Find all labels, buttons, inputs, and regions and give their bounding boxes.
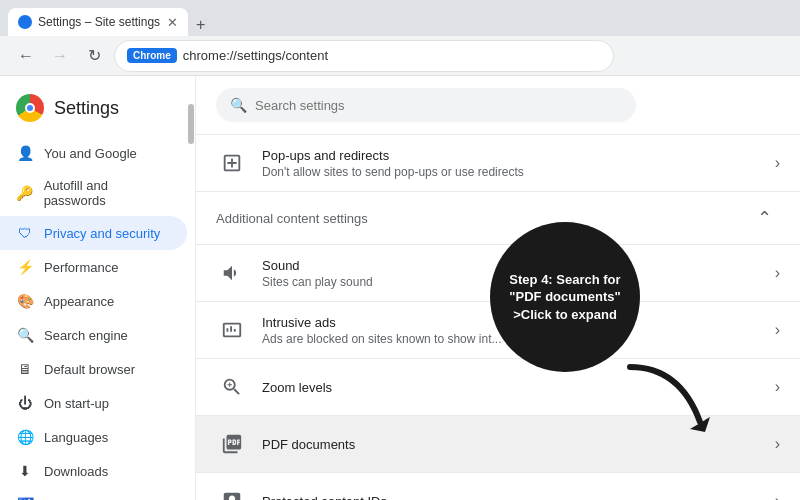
browser-titlebar: Settings – Site settings ✕ +: [0, 0, 800, 36]
search-bar: 🔍: [196, 76, 800, 135]
main-layout: Settings 👤 You and Google 🔑 Autofill and…: [0, 76, 800, 500]
sidebar-item-accessibility[interactable]: ♿ Accessibility: [0, 488, 187, 500]
sidebar-item-autofill[interactable]: 🔑 Autofill and passwords: [0, 170, 187, 216]
sidebar-item-languages[interactable]: 🌐 Languages: [0, 420, 187, 454]
sidebar-item-label: Performance: [44, 260, 118, 275]
intrusive-ads-row[interactable]: Intrusive ads Ads are blocked on sites k…: [196, 302, 800, 359]
sidebar-item-label: Appearance: [44, 294, 114, 309]
pdf-text: PDF documents: [262, 437, 775, 452]
zoom-levels-row[interactable]: Zoom levels ›: [196, 359, 800, 416]
popups-title: Pop-ups and redirects: [262, 148, 775, 163]
sidebar-header: Settings: [0, 84, 195, 136]
sidebar-item-performance[interactable]: ⚡ Performance: [0, 250, 187, 284]
window-icon: 🖥: [16, 360, 34, 378]
sidebar-item-label: Autofill and passwords: [44, 178, 171, 208]
search-input[interactable]: [255, 98, 622, 113]
content-area: 🔍 Pop-ups and redirects Don't allow site…: [196, 76, 800, 500]
sidebar-item-search-engine[interactable]: 🔍 Search engine: [0, 318, 187, 352]
tooltip-bubble: Step 4: Search for "PDF documents" >Clic…: [490, 222, 640, 372]
collapse-button[interactable]: ⌃: [748, 202, 780, 234]
zoom-title: Zoom levels: [262, 380, 775, 395]
popups-subtitle: Don't allow sites to send pop-ups or use…: [262, 165, 775, 179]
sidebar-item-label: Languages: [44, 430, 108, 445]
tab-label: Settings – Site settings: [38, 15, 160, 29]
new-tab-button[interactable]: +: [190, 16, 211, 34]
pdf-title: PDF documents: [262, 437, 775, 452]
url-text: chrome://settings/content: [183, 48, 328, 63]
address-bar: ← → ↻ Chrome chrome://settings/content: [0, 36, 800, 76]
protected-icon: [216, 485, 248, 500]
arrow-right-icon: ›: [775, 264, 780, 282]
back-button[interactable]: ←: [12, 42, 40, 70]
popup-icon: [216, 147, 248, 179]
arrow-right-icon: ›: [775, 321, 780, 339]
sidebar-item-default-browser[interactable]: 🖥 Default browser: [0, 352, 187, 386]
tab-bar: Settings – Site settings ✕ +: [8, 0, 211, 36]
settings-title: Settings: [54, 98, 119, 119]
power-icon: ⏻: [16, 394, 34, 412]
sidebar-item-label: Downloads: [44, 464, 108, 479]
ads-icon: [216, 314, 248, 346]
additional-section-title: Additional content settings: [216, 211, 368, 226]
tab-close-icon[interactable]: ✕: [167, 15, 178, 30]
popups-text: Pop-ups and redirects Don't allow sites …: [262, 148, 775, 179]
sidebar-item-privacy[interactable]: 🛡 Privacy and security: [0, 216, 187, 250]
sidebar-item-label: Search engine: [44, 328, 128, 343]
pdf-documents-row[interactable]: PDF documents ›: [196, 416, 800, 473]
sidebar-item-label: Default browser: [44, 362, 135, 377]
pdf-icon: [216, 428, 248, 460]
arrow-right-icon: ›: [775, 492, 780, 500]
language-icon: 🌐: [16, 428, 34, 446]
sidebar-item-label: Privacy and security: [44, 226, 160, 241]
sidebar-item-you-google[interactable]: 👤 You and Google: [0, 136, 187, 170]
download-icon: ⬇: [16, 462, 34, 480]
protected-text: Protected content IDs: [262, 494, 775, 501]
sound-icon: [216, 257, 248, 289]
protected-content-row[interactable]: Protected content IDs ›: [196, 473, 800, 500]
search-input-wrapper[interactable]: 🔍: [216, 88, 636, 122]
scrollbar-thumb[interactable]: [188, 104, 194, 144]
shield-icon: 🛡: [16, 224, 34, 242]
sidebar-item-appearance[interactable]: 🎨 Appearance: [0, 284, 187, 318]
arrow-right-icon: ›: [775, 378, 780, 396]
sidebar-item-downloads[interactable]: ⬇ Downloads: [0, 454, 187, 488]
key-icon: 🔑: [16, 184, 34, 202]
search-icon: 🔍: [230, 97, 247, 113]
tab-favicon: [18, 15, 32, 29]
url-bar[interactable]: Chrome chrome://settings/content: [114, 40, 614, 72]
person-icon: 👤: [16, 144, 34, 162]
sidebar-item-label: You and Google: [44, 146, 137, 161]
chrome-badge: Chrome: [127, 48, 177, 63]
protected-title: Protected content IDs: [262, 494, 775, 501]
forward-button[interactable]: →: [46, 42, 74, 70]
zoom-icon: [216, 371, 248, 403]
chrome-logo: [16, 94, 44, 122]
accessibility-icon: ♿: [16, 496, 34, 500]
search-icon: 🔍: [16, 326, 34, 344]
tooltip-text: Step 4: Search for "PDF documents" >Clic…: [500, 271, 630, 324]
arrow-right-icon: ›: [775, 154, 780, 172]
arrow-right-icon: ›: [775, 435, 780, 453]
palette-icon: 🎨: [16, 292, 34, 310]
popups-row[interactable]: Pop-ups and redirects Don't allow sites …: [196, 135, 800, 192]
active-tab[interactable]: Settings – Site settings ✕: [8, 8, 188, 36]
refresh-button[interactable]: ↻: [80, 42, 108, 70]
sidebar: Settings 👤 You and Google 🔑 Autofill and…: [0, 76, 196, 500]
additional-header: Additional content settings ⌃: [196, 192, 800, 245]
zoom-text: Zoom levels: [262, 380, 775, 395]
sidebar-item-label: On start-up: [44, 396, 109, 411]
gauge-icon: ⚡: [16, 258, 34, 276]
sidebar-item-on-startup[interactable]: ⏻ On start-up: [0, 386, 187, 420]
